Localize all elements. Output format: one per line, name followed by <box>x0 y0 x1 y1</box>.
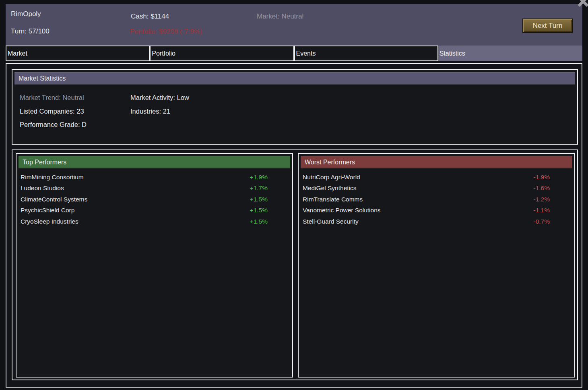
top-performers-list: RimMining Consortium +1.9% Ludeon Studio… <box>17 172 292 227</box>
top-performers-title: Top Performers <box>19 156 290 168</box>
tab-statistics[interactable]: Statistics <box>438 46 582 61</box>
stat-market-activity: Market Activity: Low <box>130 94 189 102</box>
change-percent: -1.2% <box>534 196 550 203</box>
performers-section: Top Performers RimMining Consortium +1.9… <box>12 149 578 380</box>
tab-bar: Market Portfolio Events Statistics <box>6 46 582 61</box>
statistics-content: Market Statistics Market Trend: Neutral … <box>6 63 582 388</box>
tab-market[interactable]: Market <box>6 46 150 61</box>
change-percent: -0.7% <box>534 218 550 225</box>
performer-row: Stell-Guard Security -0.7% <box>299 216 574 227</box>
company-name: Stell-Guard Security <box>303 218 359 225</box>
company-name: CryoSleep Industries <box>21 218 78 225</box>
tab-events[interactable]: Events <box>294 46 438 61</box>
performer-row: PsychicShield Corp +1.5% <box>17 205 292 216</box>
tab-portfolio[interactable]: Portfolio <box>150 46 294 61</box>
market-statistics-title: Market Statistics <box>14 72 575 85</box>
performer-row: Vanometric Power Solutions -1.1% <box>299 205 574 216</box>
turn-counter: Turn: 57/100 <box>11 27 50 35</box>
company-name: NutriCorp Agri-World <box>303 174 360 181</box>
change-percent: +1.7% <box>250 185 268 192</box>
change-percent: -1.9% <box>534 174 550 181</box>
company-name: ClimateControl Systems <box>21 196 87 203</box>
company-name: Vanometric Power Solutions <box>303 207 381 214</box>
performer-row: CryoSleep Industries +1.5% <box>17 216 292 227</box>
next-turn-button[interactable]: Next Turn <box>522 19 573 33</box>
stat-performance-grade: Performance Grade: D <box>20 121 130 129</box>
stat-industries: Industries: 21 <box>130 108 189 115</box>
change-percent: +1.5% <box>250 218 268 225</box>
change-percent: +1.9% <box>250 174 268 181</box>
close-icon[interactable] <box>577 0 588 8</box>
market-status: Market: Neutral <box>257 12 303 21</box>
worst-performers-title: Worst Performers <box>301 156 572 168</box>
game-title: RimOpoly <box>11 10 41 18</box>
performer-row: ClimateControl Systems +1.5% <box>17 194 292 205</box>
company-name: RimMining Consortium <box>21 174 84 181</box>
performer-row: RimMining Consortium +1.9% <box>17 172 292 183</box>
change-percent: -1.6% <box>534 185 550 192</box>
change-percent: +1.5% <box>250 207 268 214</box>
change-percent: -1.1% <box>534 207 550 214</box>
worst-performers-list: NutriCorp Agri-World -1.9% MediGel Synth… <box>299 172 574 227</box>
stat-listed-companies: Listed Companies: 23 <box>20 108 130 115</box>
header-bar: RimOpoly Turn: 57/100 Cash: $1144 Portfo… <box>6 4 582 46</box>
performer-row: Ludeon Studios +1.7% <box>17 183 292 194</box>
company-name: MediGel Synthetics <box>303 185 357 192</box>
stat-market-trend: Market Trend: Neutral <box>20 94 130 102</box>
market-statistics-panel: Market Statistics Market Trend: Neutral … <box>12 69 578 145</box>
rimopoly-window: { "window": { "close_icon": "x-close" },… <box>0 0 588 390</box>
company-name: RimTranslate Comms <box>303 196 363 203</box>
company-name: PsychicShield Corp <box>21 207 74 214</box>
market-statistics-grid: Market Trend: Neutral Market Activity: L… <box>20 91 189 132</box>
performer-row: NutriCorp Agri-World -1.9% <box>299 172 574 183</box>
worst-performers-panel: Worst Performers NutriCorp Agri-World -1… <box>298 153 575 378</box>
top-performers-panel: Top Performers RimMining Consortium +1.9… <box>16 153 293 378</box>
performer-row: RimTranslate Comms -1.2% <box>299 194 574 205</box>
portfolio-value: Portfolio: $9209 (-7.9%) <box>130 28 202 36</box>
cash-value: Cash: $1144 <box>131 12 169 21</box>
change-percent: +1.5% <box>250 196 268 203</box>
performer-row: MediGel Synthetics -1.6% <box>299 183 574 194</box>
company-name: Ludeon Studios <box>21 185 64 192</box>
